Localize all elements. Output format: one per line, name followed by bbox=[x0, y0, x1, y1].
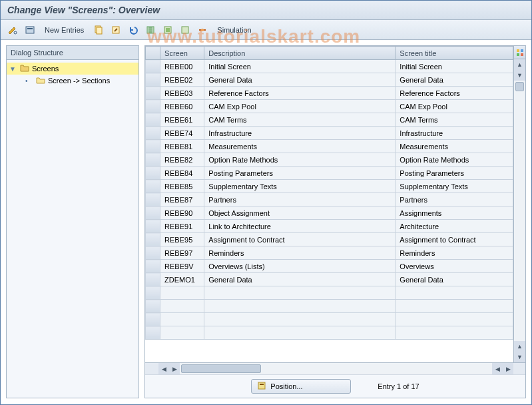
cell-title[interactable]: CAM Terms bbox=[396, 113, 513, 127]
cell-screen[interactable]: REBE90 bbox=[160, 206, 204, 220]
cell-description[interactable]: Overviews (Lists) bbox=[204, 260, 396, 273]
scroll-up2-button[interactable]: ▲ bbox=[514, 341, 525, 352]
scroll-right-button[interactable]: ▶ bbox=[169, 363, 180, 374]
cell-screen[interactable]: REBE91 bbox=[160, 220, 204, 233]
cell-screen[interactable]: REBE84 bbox=[160, 167, 204, 180]
cell-screen[interactable]: REBE60 bbox=[160, 100, 204, 113]
cell-title[interactable]: General Data bbox=[396, 273, 513, 286]
cell-title[interactable]: Option Rate Methods bbox=[396, 153, 513, 167]
undo-icon[interactable] bbox=[127, 23, 140, 37]
table-row[interactable]: REBE95Assignment to ContractAssignment t… bbox=[146, 233, 513, 246]
scroll-thumb-v[interactable] bbox=[515, 82, 524, 91]
cell-description[interactable]: Link to Architecture bbox=[204, 220, 396, 233]
cell-screen[interactable]: REBE87 bbox=[160, 193, 204, 206]
select-all-header[interactable] bbox=[146, 47, 160, 60]
cell-title[interactable]: Assignments bbox=[396, 206, 513, 220]
cell-screen[interactable]: REBE9V bbox=[160, 260, 204, 273]
cell-screen[interactable]: REBE97 bbox=[160, 246, 204, 260]
row-selector[interactable] bbox=[146, 87, 160, 100]
cell-title[interactable]: Measurements bbox=[396, 140, 513, 153]
scroll-left-button[interactable]: ◀ bbox=[158, 363, 169, 374]
cell-description[interactable]: General Data bbox=[204, 273, 396, 286]
delete-icon[interactable] bbox=[144, 23, 157, 37]
position-button[interactable]: Position... bbox=[251, 379, 351, 394]
table-row[interactable]: REBE81MeasurementsMeasurements bbox=[146, 140, 513, 153]
table-row[interactable]: REBE02General DataGeneral Data bbox=[146, 73, 513, 87]
cell-title[interactable]: Reference Factors bbox=[396, 87, 513, 100]
table-row[interactable]: REBE87PartnersPartners bbox=[146, 193, 513, 206]
scroll-right2-button[interactable]: ▶ bbox=[503, 363, 513, 374]
cell-description[interactable]: Infrastructure bbox=[204, 127, 396, 140]
table-row[interactable]: REBE61CAM TermsCAM Terms bbox=[146, 113, 513, 127]
column-header-screen[interactable]: Screen bbox=[160, 47, 204, 60]
table-row[interactable]: REBE74InfrastructureInfrastructure bbox=[146, 127, 513, 140]
simulation-button[interactable]: Simulation bbox=[213, 26, 255, 34]
row-selector[interactable] bbox=[146, 233, 160, 246]
cell-description[interactable]: Assignment to Contract bbox=[204, 233, 396, 246]
row-selector[interactable] bbox=[146, 127, 160, 140]
scroll-down-button[interactable]: ▼ bbox=[514, 70, 525, 81]
table-row[interactable]: REBE82Option Rate MethodsOption Rate Met… bbox=[146, 153, 513, 167]
cell-title[interactable]: Posting Parameters bbox=[396, 167, 513, 180]
cell-screen[interactable]: REBE95 bbox=[160, 233, 204, 246]
cell-title[interactable]: Infrastructure bbox=[396, 127, 513, 140]
cell-screen[interactable]: REBE74 bbox=[160, 127, 204, 140]
scroll-track-h[interactable] bbox=[180, 363, 492, 374]
cell-title[interactable]: Reminders bbox=[396, 246, 513, 260]
row-selector[interactable] bbox=[146, 153, 160, 167]
new-entries-button[interactable]: New Entries bbox=[41, 26, 88, 34]
row-selector[interactable] bbox=[146, 180, 160, 193]
scroll-left2-button[interactable]: ◀ bbox=[492, 363, 503, 374]
cell-description[interactable]: Partners bbox=[204, 193, 396, 206]
cell-title[interactable]: Initial Screen bbox=[396, 60, 513, 73]
cell-description[interactable]: CAM Terms bbox=[204, 113, 396, 127]
copy-icon[interactable] bbox=[92, 23, 105, 37]
cell-screen[interactable]: REBE61 bbox=[160, 113, 204, 127]
scroll-up-button[interactable]: ▲ bbox=[514, 59, 525, 70]
cell-description[interactable]: Initial Screen bbox=[204, 60, 396, 73]
scroll-down2-button[interactable]: ▼ bbox=[514, 352, 525, 362]
table-row[interactable]: REBE9VOverviews (Lists)Overviews bbox=[146, 260, 513, 273]
cell-title[interactable]: CAM Exp Pool bbox=[396, 100, 513, 113]
row-selector[interactable] bbox=[146, 246, 160, 260]
cell-screen[interactable]: REBE03 bbox=[160, 87, 204, 100]
cell-screen[interactable]: REBE00 bbox=[160, 60, 204, 73]
cell-title[interactable]: Overviews bbox=[396, 260, 513, 273]
cell-title[interactable]: General Data bbox=[396, 73, 513, 87]
row-selector[interactable] bbox=[146, 140, 160, 153]
tree-node-screens[interactable]: ▼ Screens bbox=[7, 63, 138, 75]
cell-description[interactable]: CAM Exp Pool bbox=[204, 100, 396, 113]
cell-description[interactable]: General Data bbox=[204, 73, 396, 87]
cell-title[interactable]: Assignment to Contract bbox=[396, 233, 513, 246]
row-selector[interactable] bbox=[146, 260, 160, 273]
cell-screen[interactable]: REBE85 bbox=[160, 180, 204, 193]
deselect-all-icon[interactable] bbox=[178, 23, 192, 37]
cell-screen[interactable]: REBE02 bbox=[160, 73, 204, 87]
select-all-icon[interactable] bbox=[161, 23, 174, 37]
scroll-thumb-h[interactable] bbox=[181, 364, 261, 373]
row-selector[interactable] bbox=[146, 100, 160, 113]
other-view-icon[interactable] bbox=[23, 23, 37, 37]
table-row[interactable]: REBE60CAM Exp PoolCAM Exp Pool bbox=[146, 100, 513, 113]
scroll-track-v[interactable] bbox=[514, 81, 525, 341]
cell-description[interactable]: Object Assignment bbox=[204, 206, 396, 220]
cell-description[interactable]: Option Rate Methods bbox=[204, 153, 396, 167]
row-selector[interactable] bbox=[146, 206, 160, 220]
table-row[interactable]: REBE91Link to ArchitectureArchitecture bbox=[146, 220, 513, 233]
cell-title[interactable]: Architecture bbox=[396, 220, 513, 233]
table-row[interactable]: REBE84Posting ParametersPosting Paramete… bbox=[146, 167, 513, 180]
tree-node-sections[interactable]: • Screen -> Sections bbox=[7, 75, 138, 87]
change-icon[interactable] bbox=[109, 23, 123, 37]
cell-description[interactable]: Measurements bbox=[204, 140, 396, 153]
row-selector[interactable] bbox=[146, 73, 160, 87]
pencil-glasses-icon[interactable] bbox=[6, 23, 19, 37]
row-selector[interactable] bbox=[146, 167, 160, 180]
cell-title[interactable]: Partners bbox=[396, 193, 513, 206]
cell-description[interactable]: Posting Parameters bbox=[204, 167, 396, 180]
cell-description[interactable]: Reference Factors bbox=[204, 87, 396, 100]
cell-screen[interactable]: ZDEMO1 bbox=[160, 273, 204, 286]
cell-screen[interactable]: REBE82 bbox=[160, 153, 204, 167]
table-row[interactable]: REBE90Object AssignmentAssignments bbox=[146, 206, 513, 220]
table-row[interactable]: ZDEMO1General DataGeneral Data bbox=[146, 273, 513, 286]
row-selector[interactable] bbox=[146, 273, 160, 286]
